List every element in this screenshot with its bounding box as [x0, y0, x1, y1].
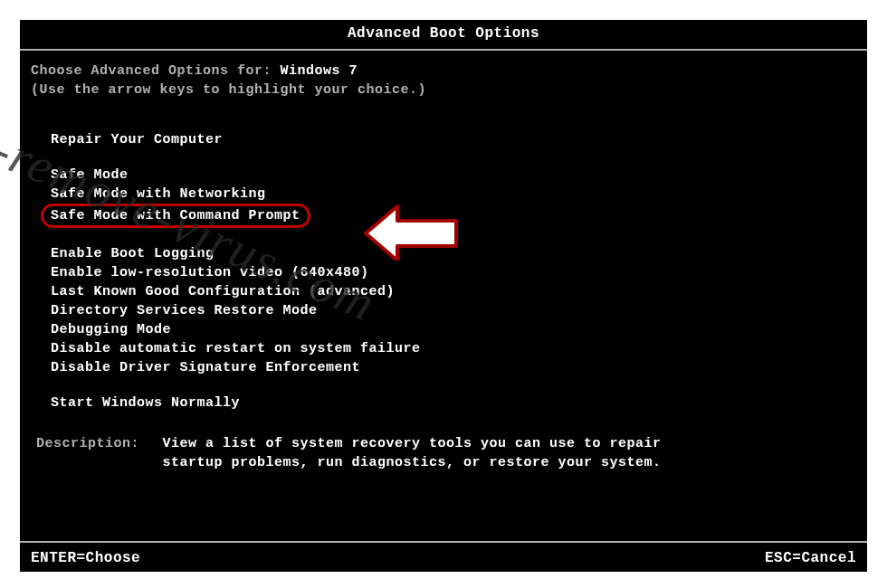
- menu-group-repair: Repair Your Computer: [51, 130, 856, 149]
- menu-group-safemode: Safe Mode Safe Mode with Networking Safe…: [51, 166, 856, 228]
- description-label: Description:: [36, 434, 154, 453]
- content-area: Choose Advanced Options for: Windows 7 (…: [31, 62, 856, 472]
- description-text: View a list of system recovery tools you…: [163, 434, 706, 472]
- footer-esc: ESC=Cancel: [765, 550, 856, 566]
- menu-item-lkgc[interactable]: Last Known Good Configuration (advanced): [51, 282, 856, 301]
- title-divider: [20, 49, 867, 51]
- menu-group-advanced: Enable Boot Logging Enable low-resolutio…: [51, 244, 856, 377]
- boot-menu: Repair Your Computer Safe Mode Safe Mode…: [51, 130, 856, 413]
- screen-title: Advanced Boot Options: [20, 20, 867, 42]
- menu-item-low-res[interactable]: Enable low-resolution video (640x480): [51, 263, 856, 282]
- menu-item-safe-mode-networking[interactable]: Safe Mode with Networking: [51, 185, 856, 204]
- menu-item-disable-driver-sig[interactable]: Disable Driver Signature Enforcement: [51, 358, 856, 377]
- os-name: Windows 7: [281, 63, 358, 79]
- footer-enter: ENTER=Choose: [31, 550, 140, 566]
- footer-divider: [20, 541, 867, 543]
- boot-options-screen: Advanced Boot Options Choose Advanced Op…: [20, 20, 867, 572]
- menu-item-disable-auto-restart[interactable]: Disable automatic restart on system fail…: [51, 339, 856, 358]
- menu-item-boot-logging[interactable]: Enable Boot Logging: [51, 244, 856, 263]
- menu-item-safe-mode-cmd[interactable]: Safe Mode with Command Prompt: [51, 204, 856, 228]
- choose-options-line: Choose Advanced Options for: Windows 7: [31, 62, 856, 81]
- menu-item-ds-restore[interactable]: Directory Services Restore Mode: [51, 301, 856, 320]
- footer: ENTER=Choose ESC=Cancel: [31, 550, 856, 566]
- choose-prompt: Choose Advanced Options for:: [31, 63, 281, 79]
- menu-group-normal: Start Windows Normally: [51, 394, 856, 413]
- description-block: Description: View a list of system recov…: [36, 434, 856, 472]
- menu-item-debugging[interactable]: Debugging Mode: [51, 320, 856, 339]
- menu-item-start-normally[interactable]: Start Windows Normally: [51, 394, 856, 413]
- menu-item-safe-mode[interactable]: Safe Mode: [51, 166, 856, 185]
- hint-line: (Use the arrow keys to highlight your ch…: [31, 81, 856, 100]
- menu-item-repair[interactable]: Repair Your Computer: [51, 130, 856, 149]
- menu-item-safe-mode-cmd-label: Safe Mode with Command Prompt: [41, 204, 310, 228]
